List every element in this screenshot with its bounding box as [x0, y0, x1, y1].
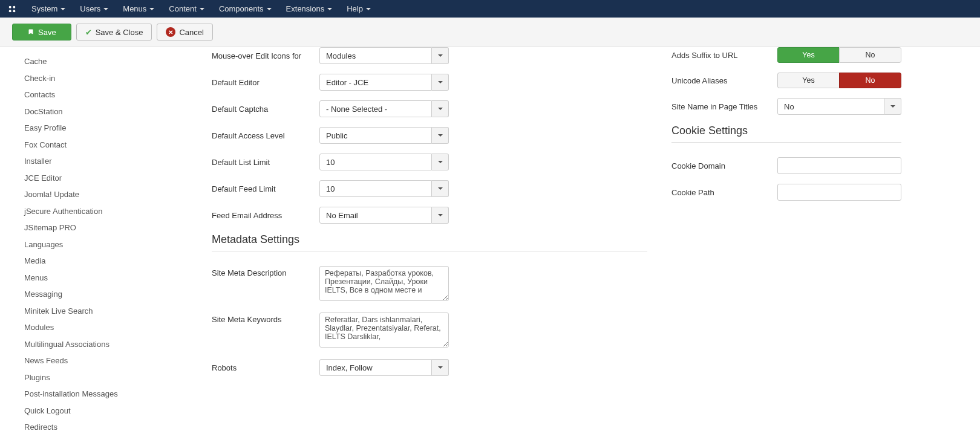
site-meta-description-textarea[interactable] [319, 266, 449, 301]
nav-content[interactable]: Content [162, 0, 212, 18]
config-label: Default Feed Limit [212, 184, 319, 193]
save-close-label: Save & Close [96, 28, 143, 37]
nav-system[interactable]: System [24, 0, 73, 18]
apply-icon [27, 28, 34, 36]
nav-components[interactable]: Components [212, 0, 279, 18]
site-meta-keywords-textarea[interactable] [319, 313, 449, 348]
nav-label: Extensions [286, 4, 325, 13]
config-row: Default EditorEditor - JCE [212, 74, 647, 91]
config-select[interactable]: Editor - JCE [319, 74, 449, 91]
cookie-path-label: Cookie Path [671, 188, 777, 197]
config-row: Default Feed Limit10 [212, 180, 647, 197]
sidebar-item[interactable]: jSecure Authentication [24, 203, 188, 220]
adds-suffix-row: Adds Suffix to URL Yes No [671, 47, 901, 63]
unicode-aliases-yes[interactable]: Yes [777, 73, 839, 88]
site-meta-keywords-label: Site Meta Keywords [212, 313, 319, 324]
config-value: - None Selected - [319, 100, 432, 117]
sidebar-item[interactable]: Minitek Live Search [24, 303, 188, 320]
nav-help[interactable]: Help [339, 0, 378, 18]
caret-down-icon [200, 8, 204, 10]
sidebar-item[interactable]: Installer [24, 153, 188, 170]
sidebar-item[interactable]: News Feeds [24, 352, 188, 369]
sidebar-item[interactable]: Check-in [24, 70, 188, 87]
sidebar-item[interactable]: Cache [24, 53, 188, 70]
caret-down-icon [149, 8, 154, 10]
caret-down-icon [327, 8, 332, 10]
config-select[interactable]: Modules [319, 47, 449, 64]
sidebar-item[interactable]: Menus [24, 270, 188, 287]
unicode-aliases-row: Unicode Aliases Yes No [671, 73, 901, 88]
config-value: Editor - JCE [319, 74, 432, 91]
site-settings-column: Mouse-over Edit Icons forModulesDefault … [200, 47, 659, 434]
cookie-domain-row: Cookie Domain [671, 157, 901, 174]
cancel-icon: ✕ [166, 27, 175, 37]
site-name-titles-select[interactable]: No [777, 98, 901, 115]
sidebar-item[interactable]: Languages [24, 236, 188, 253]
sidebar-item[interactable]: Joomla! Update [24, 186, 188, 203]
nav-label: System [31, 4, 57, 13]
action-toolbar: Save ✔ Save & Close ✕ Cancel [0, 18, 980, 47]
config-value: 10 [319, 180, 432, 197]
cookie-path-input[interactable] [777, 184, 901, 201]
save-close-button[interactable]: ✔ Save & Close [76, 24, 152, 40]
config-label: Default Captcha [212, 105, 319, 114]
joomla-logo-icon [6, 3, 18, 15]
chevron-down-icon [884, 98, 901, 115]
config-label: Default Access Level [212, 131, 319, 140]
nav-label: Help [347, 4, 363, 13]
cancel-button[interactable]: ✕ Cancel [157, 24, 212, 40]
nav-users[interactable]: Users [73, 0, 116, 18]
chevron-down-icon [432, 127, 449, 144]
sidebar-item[interactable]: JCE Editor [24, 170, 188, 187]
cookie-domain-input[interactable] [777, 157, 901, 174]
caret-down-icon [103, 8, 108, 10]
config-select[interactable]: - None Selected - [319, 100, 449, 117]
chevron-down-icon [432, 207, 449, 224]
sidebar-item[interactable]: DocStation [24, 103, 188, 120]
config-label: Default List Limit [212, 158, 319, 167]
config-label: Mouse-over Edit Icons for [212, 51, 319, 60]
nav-label: Components [219, 4, 264, 13]
caret-down-icon [366, 8, 371, 10]
svg-point-0 [9, 5, 11, 8]
config-select[interactable]: 10 [319, 180, 449, 197]
adds-suffix-yes[interactable]: Yes [777, 47, 839, 63]
robots-row: Robots Index, Follow [212, 359, 647, 376]
sidebar-item[interactable]: Multilingual Associations [24, 336, 188, 353]
unicode-aliases-no[interactable]: No [839, 73, 901, 88]
robots-value: Index, Follow [319, 359, 432, 376]
config-select[interactable]: 10 [319, 154, 449, 170]
cookie-domain-label: Cookie Domain [671, 161, 777, 170]
unicode-aliases-toggle[interactable]: Yes No [777, 73, 901, 88]
sidebar-item[interactable]: Quick Logout [24, 403, 188, 419]
cancel-label: Cancel [179, 28, 203, 37]
svg-point-3 [13, 10, 15, 12]
sidebar-item[interactable]: Redirects [24, 419, 188, 434]
save-button[interactable]: Save [12, 24, 71, 40]
sidebar-item[interactable]: JSitemap PRO [24, 219, 188, 236]
robots-select[interactable]: Index, Follow [319, 359, 449, 376]
nav-label: Menus [123, 4, 146, 13]
sidebar-item[interactable]: Contacts [24, 86, 188, 103]
sidebar-item[interactable]: Easy Profile [24, 120, 188, 137]
nav-extensions[interactable]: Extensions [279, 0, 340, 18]
config-value: 10 [319, 154, 432, 170]
config-row: Mouse-over Edit Icons forModules [212, 47, 647, 64]
config-select[interactable]: Public [319, 127, 449, 144]
site-meta-keywords-row: Site Meta Keywords [212, 313, 647, 349]
adds-suffix-no[interactable]: No [839, 47, 901, 63]
config-value: Modules [319, 47, 432, 64]
caret-down-icon [60, 8, 65, 10]
sidebar-item[interactable]: Modules [24, 319, 188, 336]
nav-menus[interactable]: Menus [116, 0, 162, 18]
sidebar-item[interactable]: Fox Contact [24, 137, 188, 154]
sidebar-item[interactable]: Plugins [24, 369, 188, 386]
cookie-settings-heading: Cookie Settings [671, 125, 901, 143]
config-select[interactable]: No Email [319, 207, 449, 224]
adds-suffix-toggle[interactable]: Yes No [777, 47, 901, 63]
sidebar-item[interactable]: Post-installation Messages [24, 386, 188, 403]
sidebar-item[interactable]: Messaging [24, 286, 188, 303]
nav-label: Content [169, 4, 197, 13]
sidebar-item[interactable]: Media [24, 253, 188, 270]
caret-down-icon [267, 8, 272, 10]
